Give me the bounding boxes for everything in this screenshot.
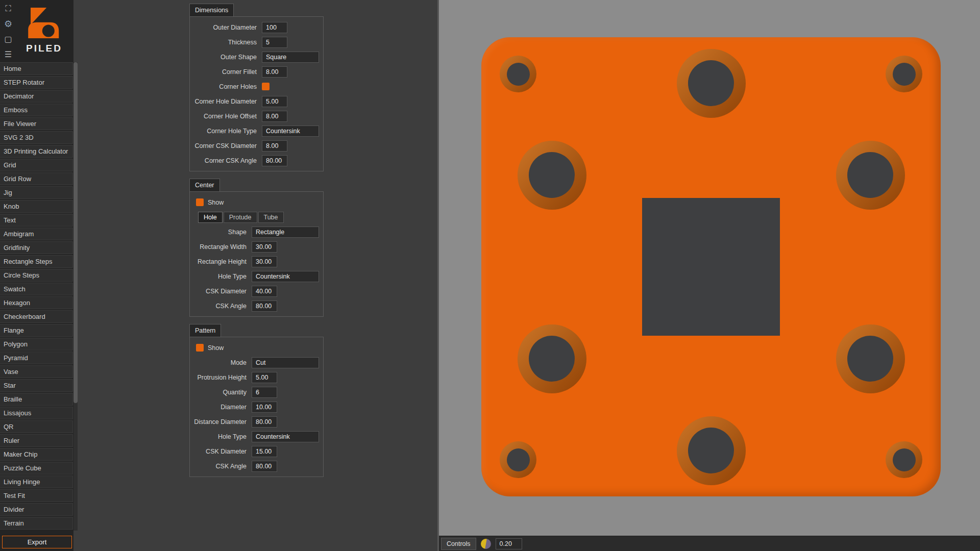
field-diameter: Diameter10.00 — [194, 399, 319, 414]
distance-diameter-input[interactable]: 80.00 — [252, 416, 277, 428]
sidebar-item-circle-steps[interactable]: Circle Steps — [0, 269, 73, 282]
rectangle-width-input[interactable]: 30.00 — [252, 241, 277, 253]
menu-icon[interactable]: ☰ — [3, 50, 14, 59]
csk-angle-input[interactable]: 80.00 — [252, 461, 277, 472]
sidebar-item-star[interactable]: Star — [0, 379, 73, 392]
sidebar-item-jig[interactable]: Jig — [0, 186, 73, 199]
sidebar-item-text[interactable]: Text — [0, 214, 73, 227]
pattern-hole — [518, 141, 586, 210]
stop-square-icon[interactable]: ▢ — [3, 35, 14, 44]
dimensions-panel: DimensionsOuter Diameter100Thickness5Out… — [189, 4, 324, 171]
pattern-hole — [677, 49, 746, 118]
hole-type-select[interactable]: Countersink — [252, 431, 319, 442]
corner-csk-diameter-input[interactable]: 8.00 — [262, 140, 287, 152]
center-tab-protude[interactable]: Protude — [224, 212, 257, 223]
shape-select[interactable]: Rectangle — [252, 227, 319, 238]
fullscreen-icon[interactable]: ⛶ — [3, 4, 14, 13]
sidebar-item-ambigram[interactable]: Ambigram — [0, 228, 73, 240]
sidebar-item-vase[interactable]: Vase — [0, 365, 73, 378]
thickness-input[interactable]: 5 — [262, 37, 287, 48]
center-tab-tube[interactable]: Tube — [258, 212, 284, 223]
speed-input[interactable]: 0.20 — [496, 538, 522, 549]
corner-holes-checkbox[interactable] — [262, 83, 270, 90]
quantity-input[interactable]: 6 — [252, 387, 277, 398]
plate-model — [481, 37, 941, 496]
field-label: Hole Type — [194, 433, 252, 440]
field-corner-hole-offset: Corner Hole Offset8.00 — [194, 109, 319, 123]
sidebar-item-grid[interactable]: Grid — [0, 159, 73, 171]
sidebar-item-svg-2-3d[interactable]: SVG 2 3D — [0, 131, 73, 144]
sidebar-item-rectangle-steps[interactable]: Rectangle Steps — [0, 255, 73, 268]
hole-type-select[interactable]: Countersink — [252, 271, 319, 282]
sidebar-item-flange[interactable]: Flange — [0, 324, 73, 337]
controls-button[interactable]: Controls — [441, 538, 476, 550]
corner-hole-type-select[interactable]: Countersink — [262, 126, 319, 137]
field-control: Rectangle — [252, 227, 319, 238]
hole-bore — [529, 336, 575, 382]
corner-hole-offset-input[interactable]: 8.00 — [262, 111, 287, 122]
sidebar-item-terrain[interactable]: Terrain — [0, 517, 73, 530]
corner-hole — [886, 56, 922, 92]
center-rectangle-hole — [642, 198, 780, 336]
outer-shape-select[interactable]: Square — [262, 52, 319, 63]
protrusion-height-input[interactable]: 5.00 — [252, 372, 277, 383]
scrollbar-thumb[interactable] — [74, 62, 78, 403]
center-show-checkbox[interactable] — [196, 198, 204, 206]
sidebar-item-emboss[interactable]: Emboss — [0, 104, 73, 116]
corner-hole — [500, 56, 536, 92]
sidebar-item-file-viewer[interactable]: File Viewer — [0, 117, 73, 130]
viewport-3d[interactable]: Controls 0.20 — [437, 0, 980, 551]
sidebar-item-grid-row[interactable]: Grid Row — [0, 172, 73, 185]
mode-select[interactable]: Cut — [252, 357, 319, 368]
center-tab-hole[interactable]: Hole — [198, 212, 223, 223]
field-label: Corner Hole Diameter — [194, 98, 262, 105]
sidebar-item-hexagon[interactable]: Hexagon — [0, 296, 73, 309]
field-label: Rectangle Width — [194, 243, 252, 251]
sidebar-item-knob[interactable]: Knob — [0, 200, 73, 213]
field-control: 30.00 — [252, 241, 319, 253]
pattern-show-checkbox[interactable] — [196, 344, 204, 352]
sidebar-item-maker-chip[interactable]: Maker Chip — [0, 448, 73, 461]
diameter-input[interactable]: 10.00 — [252, 402, 277, 413]
rectangle-height-input[interactable]: 30.00 — [252, 256, 277, 267]
sidebar-item-qr[interactable]: QR — [0, 420, 73, 433]
pattern-panel-title: Pattern — [189, 324, 221, 337]
center-panel-title: Center — [189, 179, 220, 192]
field-label: Corner Hole Offset — [194, 113, 262, 120]
sidebar-item-ruler[interactable]: Ruler — [0, 434, 73, 447]
csk-diameter-input[interactable]: 15.00 — [252, 446, 277, 457]
csk-diameter-input[interactable]: 40.00 — [252, 286, 277, 297]
hole-bore — [893, 63, 916, 86]
field-control: 40.00 — [252, 286, 319, 297]
corner-csk-angle-input[interactable]: 80.00 — [262, 155, 287, 166]
corner-hole — [500, 441, 536, 478]
sidebar-item-swatch[interactable]: Swatch — [0, 283, 73, 295]
sidebar-item-decimator[interactable]: Decimator — [0, 90, 73, 103]
sidebar-item-gridfinity[interactable]: Gridfinity — [0, 241, 73, 254]
settings-gear-icon[interactable]: ⚙ — [3, 19, 14, 29]
corner-hole-diameter-input[interactable]: 5.00 — [262, 96, 287, 107]
sidebar-item-pyramid[interactable]: Pyramid — [0, 352, 73, 364]
sidebar-item-living-hinge[interactable]: Living Hinge — [0, 475, 73, 488]
csk-angle-input[interactable]: 80.00 — [252, 300, 277, 312]
sidebar-scrollbar[interactable] — [74, 62, 78, 531]
export-button[interactable]: Export — [2, 536, 72, 548]
corner-fillet-input[interactable]: 8.00 — [262, 66, 287, 78]
field-control: 8.00 — [262, 111, 319, 122]
sidebar-item-polygon[interactable]: Polygon — [0, 338, 73, 350]
sidebar-item-step-rotator[interactable]: STEP Rotator — [0, 76, 73, 89]
sidebar-item-divider[interactable]: Divider — [0, 503, 73, 516]
sidebar-item-puzzle-cube[interactable]: Puzzle Cube — [0, 462, 73, 474]
field-control: 5.00 — [252, 372, 319, 383]
field-control: 30.00 — [252, 256, 319, 267]
sidebar-item-3d-printing-calculator[interactable]: 3D Printing Calculator — [0, 145, 73, 158]
field-control: Countersink — [252, 271, 319, 282]
outer-diameter-input[interactable]: 100 — [262, 22, 287, 33]
sidebar-item-test-fit[interactable]: Test Fit — [0, 489, 73, 502]
sidebar-item-checkerboard[interactable]: Checkerboard — [0, 310, 73, 323]
sidebar-item-braille[interactable]: Braille — [0, 393, 73, 406]
sidebar-item-home[interactable]: Home — [0, 62, 73, 75]
sidebar-item-lissajous[interactable]: Lissajous — [0, 407, 73, 419]
field-control: 10.00 — [252, 402, 319, 413]
material-sphere-icon[interactable] — [481, 539, 491, 549]
